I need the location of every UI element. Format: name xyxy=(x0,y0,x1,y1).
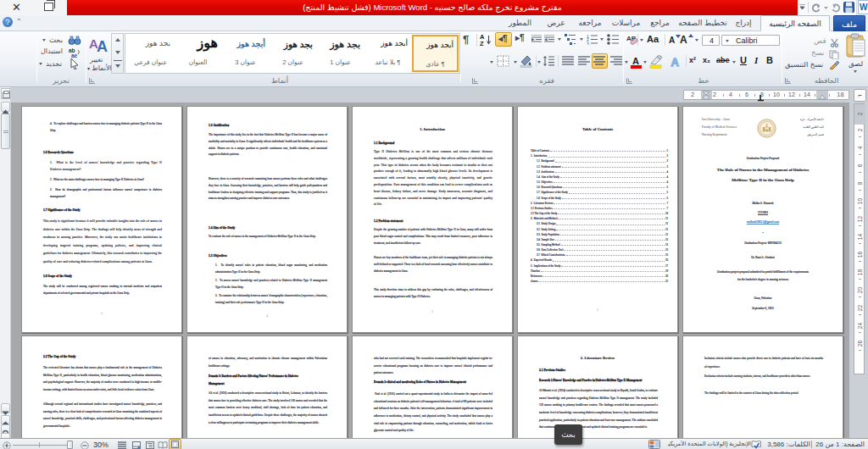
svg-text:3: 3 xyxy=(587,42,589,46)
svg-text:A: A xyxy=(97,38,108,53)
svg-text:Z: Z xyxy=(480,40,484,47)
svg-text:A: A xyxy=(671,56,680,69)
